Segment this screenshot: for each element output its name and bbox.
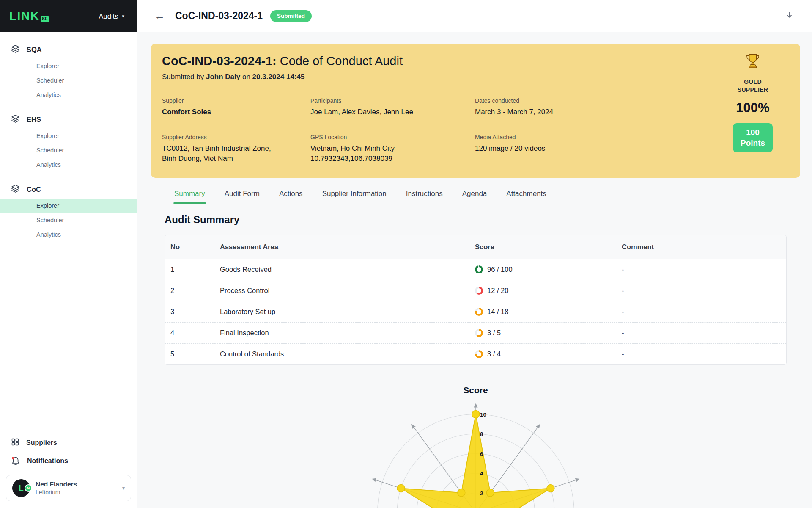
audit-summary-section: Audit Summary No Assessment Area Score C… [165,214,787,365]
sidebar-item-sqa-explorer[interactable]: Explorer [0,59,137,73]
audit-header-card: CoC-IND-03-2024-1: Code of Conduct Audit… [151,44,800,178]
tab-audit-form[interactable]: Audit Form [225,190,260,204]
section-heading: Audit Summary [165,214,787,226]
sidebar-item-ehs-analytics[interactable]: Analytics [0,157,137,172]
table-row[interactable]: 3 Laboratory Set up 14 / 18 - [165,301,786,322]
module-dropdown-label: Audits [99,12,118,20]
points-badge: 100 Points [733,123,773,152]
app-window: LINK SE Audits ▾ SQA Explorer Scheduler … [0,0,812,508]
topbar: ← CoC-IND-03-2024-1 Submitted [137,0,812,32]
sidebar-item-coc-scheduler[interactable]: Scheduler [0,213,137,227]
tab-bar: Summary Audit Form Actions Supplier Info… [174,190,800,204]
score-donut-icon [475,329,483,337]
table-row[interactable]: 5 Control of Standards 3 / 4 - [165,343,786,364]
sidebar-item-sqa[interactable]: SQA [0,41,137,59]
sidebar-item-sqa-analytics[interactable]: Analytics [0,88,137,102]
sidebar-item-ehs[interactable]: EHS [0,110,137,129]
page-title: CoC-IND-03-2024-1 [175,10,263,22]
score-donut-icon [475,350,483,358]
nav-section-sqa: SQA Explorer Scheduler Analytics [0,41,137,102]
col-no: No [165,235,220,259]
grid-icon [11,438,19,448]
sidebar-header: LINK SE Audits ▾ [0,0,137,32]
nav-section-label: EHS [27,116,41,124]
score-radar-chart: 108642 [151,400,800,508]
user-org: Leftorium [36,489,77,496]
layers-icon [11,114,20,125]
table-row[interactable]: 4 Final Inspection 3 / 5 - [165,322,786,343]
summary-table: No Assessment Area Score Comment 1 Goods… [165,235,787,365]
avatar: L N [12,479,30,497]
sidebar-item-coc-analytics[interactable]: Analytics [0,227,137,242]
field-participants: Participants Joe Lam, Alex Davies, Jenn … [310,97,475,118]
tab-summary[interactable]: Summary [174,190,205,204]
award-panel: GOLD SUPPLIER 100% 100 Points [719,52,787,152]
sidebar-item-ehs-explorer[interactable]: Explorer [0,129,137,143]
tab-attachments[interactable]: Attachments [506,190,546,204]
audit-fields: Supplier Comfort Soles Participants Joe … [162,97,789,164]
logo-text: LINK [9,10,39,22]
audit-title: CoC-IND-03-2024-1: Code of Conduct Audit [162,54,789,68]
score-donut-icon [475,308,483,316]
table-header-row: No Assessment Area Score Comment [165,235,786,259]
sidebar-item-notifications[interactable]: Notifications [0,452,137,470]
table-row[interactable]: 1 Goods Received 96 / 100 - [165,259,786,280]
table-row[interactable]: 2 Process Control 12 / 20 - [165,280,786,301]
svg-text:6: 6 [480,450,483,457]
chevron-down-icon: ▾ [122,14,124,19]
bell-icon [11,456,20,466]
tab-supplier-information[interactable]: Supplier Information [322,190,387,204]
user-name: Ned Flanders [36,480,77,488]
score-donut-icon [475,265,483,273]
sidebar-nav: SQA Explorer Scheduler Analytics EHS Exp… [0,32,137,428]
sidebar-item-coc[interactable]: CoC [0,180,137,199]
trophy-icon [744,52,762,72]
download-icon[interactable] [785,11,794,21]
sidebar-footer: Suppliers Notifications L N Ned Flanders… [0,428,137,508]
sidebar-item-suppliers[interactable]: Suppliers [0,433,137,452]
field-supplier: Supplier Comfort Soles [162,97,310,118]
supplier-tier-label: GOLD SUPPLIER [733,78,772,94]
submitted-line: Submitted by John Daly on 20.3.2024 14:4… [162,73,789,81]
status-badge: Submitted [270,10,312,22]
tab-actions[interactable]: Actions [279,190,303,204]
field-gps: GPS Location Vietnam, Ho Chi Minh City 1… [310,134,475,164]
org-badge: N [25,484,32,492]
sidebar-item-coc-explorer[interactable]: Explorer [0,199,137,213]
nav-section-ehs: EHS Explorer Scheduler Analytics [0,110,137,172]
field-address: Supplier Address TC0012, Tan Binh Indust… [162,134,310,164]
sidebar-item-ehs-scheduler[interactable]: Scheduler [0,143,137,157]
radar-chart-svg: 108642 [285,400,666,508]
col-area: Assessment Area [220,235,475,259]
chart-title: Score [151,385,800,395]
col-score: Score [475,235,622,259]
main-area: ← CoC-IND-03-2024-1 Submitted CoC-IND-03… [137,0,812,508]
tab-agenda[interactable]: Agenda [462,190,487,204]
layers-icon [11,44,20,55]
module-dropdown[interactable]: Audits ▾ [99,12,124,20]
svg-text:2: 2 [480,490,483,496]
back-button[interactable]: ← [154,10,166,22]
sidebar-item-sqa-scheduler[interactable]: Scheduler [0,73,137,88]
svg-text:8: 8 [480,431,483,437]
logo-se-badge: SE [41,16,49,22]
tab-instructions[interactable]: Instructions [406,190,443,204]
user-menu[interactable]: L N Ned Flanders Leftorium ▾ [6,475,131,501]
col-comment: Comment [622,235,786,259]
svg-text:10: 10 [480,411,486,417]
content-scroll[interactable]: CoC-IND-03-2024-1: Code of Conduct Audit… [137,32,812,508]
sidebar: LINK SE Audits ▾ SQA Explorer Scheduler … [0,0,137,508]
svg-text:4: 4 [480,470,483,477]
link-logo[interactable]: LINK SE [9,10,49,22]
nav-section-coc: CoC Explorer Scheduler Analytics [0,180,137,242]
layers-icon [11,184,20,195]
score-percent: 100% [736,100,769,116]
score-donut-icon [475,287,483,295]
nav-section-label: CoC [27,185,41,193]
chevron-down-icon: ▾ [122,485,125,491]
nav-section-label: SQA [27,46,42,54]
